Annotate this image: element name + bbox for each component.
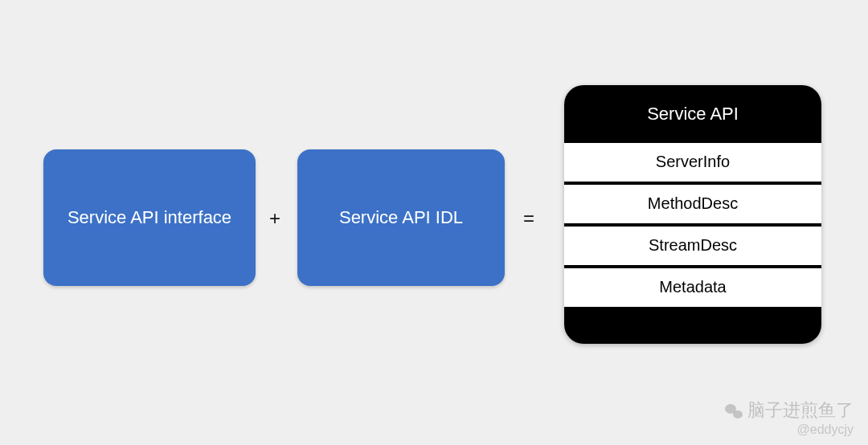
wechat-icon (725, 402, 743, 420)
result-row: StreamDesc (564, 227, 821, 265)
operator-equal: = (513, 207, 545, 230)
diagram-canvas: Service API interface + Service API IDL … (0, 0, 868, 445)
operator-plus: + (259, 207, 291, 230)
result-row: Metadata (564, 268, 821, 307)
result-card-footer (564, 307, 821, 344)
result-row: ServerInfo (564, 143, 821, 182)
attribution: 脑子进煎鱼了 @eddycjy (725, 400, 854, 437)
result-card: Service API ServerInfo MethodDesc Stream… (564, 85, 821, 344)
box-label: Service API IDL (339, 207, 463, 228)
box-label: Service API interface (68, 207, 231, 228)
result-row: MethodDesc (564, 185, 821, 223)
attribution-handle: @eddycjy (725, 422, 854, 437)
box-service-api-idl: Service API IDL (297, 149, 505, 286)
result-card-title: Service API (564, 85, 821, 143)
box-service-api-interface: Service API interface (43, 149, 256, 286)
result-card-rows: ServerInfo MethodDesc StreamDesc Metadat… (564, 143, 821, 307)
attribution-cn: 脑子进煎鱼了 (747, 400, 854, 421)
